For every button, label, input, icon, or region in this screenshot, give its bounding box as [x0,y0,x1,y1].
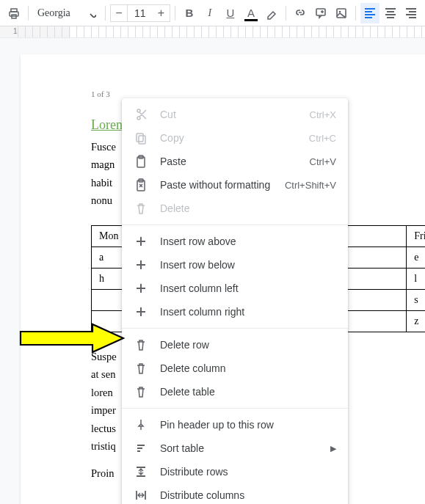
menu-item-ins-row-below[interactable]: Insert row below [122,253,348,277]
menu-item-label: Cut [160,109,298,120]
menu-item-label: Delete row [160,339,336,351]
menu-item-ins-row-above[interactable]: Insert row above [122,230,348,253]
page-indicator: 1 of 3 [91,90,425,98]
menu-item-shortcut: Ctrl+V [310,156,336,167]
plus-icon [134,234,148,249]
separator [355,6,356,21]
menu-item-dist-cols[interactable]: Distribute columns [122,483,348,504]
menu-item-label: Delete column [160,362,336,374]
underline-button[interactable]: U [221,3,240,23]
highlight-button[interactable] [262,3,281,23]
menu-item-shortcut: Ctrl+X [310,109,336,120]
font-family-select[interactable]: Georgia [33,3,101,23]
menu-item-ins-col-right[interactable]: Insert column right [122,300,348,324]
dist-v-icon [134,464,148,479]
increase-font-button[interactable]: + [153,4,170,22]
menu-item-ins-col-left[interactable]: Insert column left [122,277,348,300]
menu-item-label: Delete [160,202,336,214]
menu-item-copy: CopyCtrl+C [122,126,348,150]
menu-item-label: Insert row below [160,259,336,271]
italic-button[interactable]: I [200,3,219,23]
menu-item-shortcut: Ctrl+Shift+V [285,180,336,191]
menu-item-del-col[interactable]: Delete column [122,357,348,380]
trash-icon [134,337,148,352]
menu-item-label: Paste [160,156,298,167]
separator [105,6,106,21]
menu-item-paste[interactable]: PasteCtrl+V [122,150,348,173]
sort-icon [134,441,148,456]
copy-icon [134,131,148,145]
align-left-button[interactable] [360,3,379,23]
plus-icon [134,258,148,272]
menu-item-label: Distribute rows [160,466,336,478]
context-menu-separator [122,224,348,225]
menu-item-label: Insert row above [160,235,336,247]
trash-icon [134,201,148,216]
dist-h-icon [134,488,148,503]
clipboard-x-icon [134,178,148,192]
menu-item-label: Insert column left [160,282,336,294]
pin-icon [134,417,148,432]
scissors-icon [134,107,148,122]
menu-item-pin-header[interactable]: Pin header up to this row [122,413,348,437]
context-menu-separator [122,328,348,329]
context-menu: CutCtrl+XCopyCtrl+CPasteCtrl+VPaste with… [122,98,348,504]
align-center-button[interactable] [381,3,400,23]
plus-icon [134,304,148,319]
print-button[interactable] [4,3,23,23]
menu-item-sort-table[interactable]: Sort table▶ [122,437,348,460]
menu-item-label: Copy [160,132,297,144]
menu-item-label: Paste without formatting [160,179,273,191]
separator [175,6,175,21]
separator [28,6,29,21]
menu-item-label: Sort table [160,442,319,454]
menu-item-paste-nofmt[interactable]: Paste without formattingCtrl+Shift+V [122,173,348,197]
trash-icon [134,361,148,376]
heading-link[interactable]: Loren [91,117,123,132]
chevron-right-icon: ▶ [330,444,336,453]
menu-item-delete: Delete [122,197,348,220]
insert-image-button[interactable] [332,3,351,23]
menu-item-label: Pin header up to this row [160,419,336,431]
menu-item-label: Insert column right [160,306,336,318]
menu-item-del-table[interactable]: Delete table [122,380,348,403]
menu-item-label: Delete table [160,386,336,398]
menu-item-shortcut: Ctrl+C [309,133,336,144]
decrease-font-button[interactable]: − [110,4,128,22]
insert-link-button[interactable] [291,3,310,23]
chevron-down-icon [87,9,96,18]
separator [286,6,286,21]
bold-button[interactable]: B [180,3,199,23]
menu-item-label: Distribute columns [160,489,336,501]
clipboard-icon [134,154,148,169]
toolbar: Georgia − + B I U A [0,0,425,26]
context-menu-separator [122,408,348,409]
add-comment-button[interactable] [311,3,330,23]
menu-item-cut: CutCtrl+X [122,103,348,126]
ruler[interactable]: 1 [0,26,425,38]
font-size-stepper: − + [110,4,170,22]
menu-item-del-row[interactable]: Delete row [122,333,348,357]
trash-icon [134,384,148,399]
ruler-tick: 1 [13,27,18,35]
menu-item-dist-rows[interactable]: Distribute rows [122,460,348,483]
text-color-button[interactable]: A [241,3,261,23]
font-size-input[interactable] [128,4,153,22]
plus-icon [134,281,148,296]
align-right-button[interactable] [402,3,421,23]
font-family-label: Georgia [37,7,70,19]
